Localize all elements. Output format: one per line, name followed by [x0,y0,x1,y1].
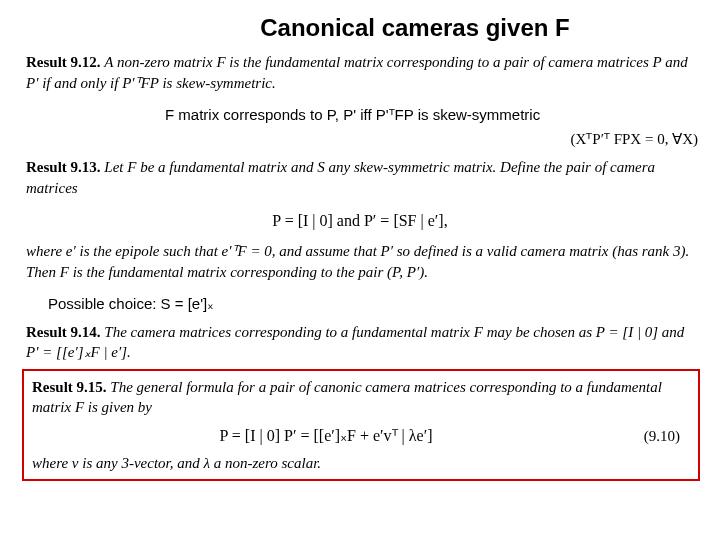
result-9-15-eq-row: P = [I | 0] P′ = [[e′]ₓF + e′vᵀ | λe′] (… [32,417,690,453]
result-9-12-body: A non-zero matrix F is the fundamental m… [26,54,688,90]
result-9-13-label: Result 9.13. [26,159,101,175]
result-9-13-lead: Let F be a fundamental matrix and S any … [26,159,655,195]
result-9-15-label: Result 9.15. [32,379,107,395]
highlight-box: Result 9.15. The general formula for a p… [22,369,700,481]
result-9-12: Result 9.12. A non-zero matrix F is the … [0,50,720,95]
result-9-14-body: The camera matrices corresponding to a f… [26,324,684,360]
result-9-13: Result 9.13. Let F be a fundamental matr… [0,155,720,200]
side-equation: (XᵀP′ᵀ FPX = 0, ∀X) [0,129,720,149]
result-9-15-tail: where v is any 3-vector, and λ a non-zer… [32,453,690,473]
result-9-15-eq: P = [I | 0] P′ = [[e′]ₓF + e′vᵀ | λe′] [32,425,620,447]
note-1: F matrix corresponds to P, P' iff P'ᵀFP … [0,95,720,131]
result-9-15-eqnum: (9.10) [620,426,690,446]
result-9-14: Result 9.14. The camera matrices corresp… [0,320,720,365]
result-9-13-tail: where e′ is the epipole such that e′ᵀF =… [0,239,720,284]
result-9-13-eq: P = [I | 0] and P′ = [SF | e′], [0,200,720,240]
possible-choice: Possible choice: S = [e']ₓ [0,284,720,320]
result-9-12-label: Result 9.12. [26,54,101,70]
result-9-15: Result 9.15. The general formula for a p… [32,377,690,418]
result-9-15-lead: The general formula for a pair of canoni… [32,379,662,415]
page-title: Canonical cameras given F [0,0,720,50]
result-9-14-label: Result 9.14. [26,324,101,340]
